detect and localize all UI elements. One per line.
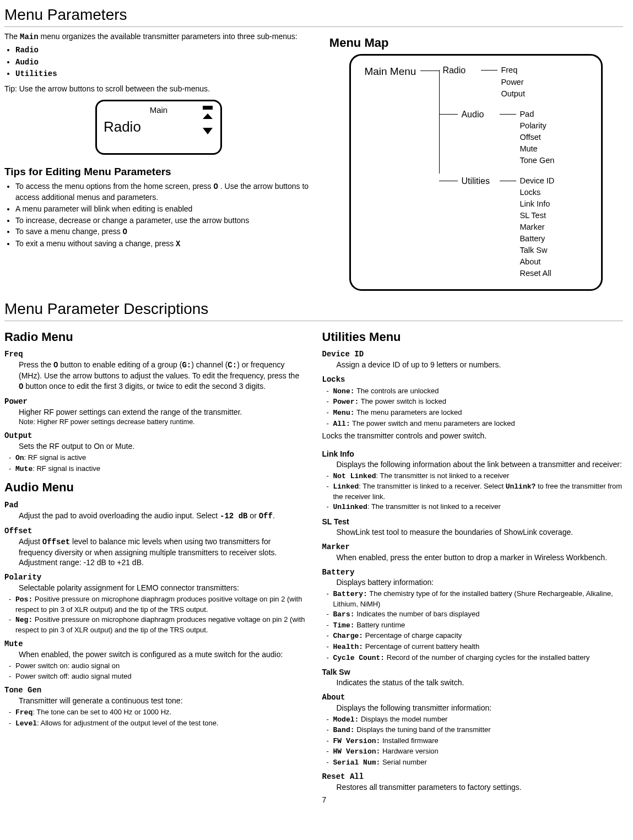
text: The chemistry type of for the installed …: [333, 589, 613, 608]
param-title-resetall: Reset All: [322, 772, 624, 782]
code: Neg:: [15, 616, 33, 624]
menu-map-leaf: Pad: [520, 109, 554, 120]
code: -12 dB: [220, 512, 247, 521]
code: Health:: [333, 643, 364, 651]
text: The power switch and menu parameters are…: [350, 419, 515, 427]
connector-line: [439, 70, 440, 174]
tip-item: A menu parameter will blink when editing…: [15, 204, 313, 214]
menu-map-leaf: Locks: [520, 187, 554, 198]
locks-summary: Locks the transmitter controls and power…: [322, 431, 624, 441]
code: Mute: [15, 465, 33, 473]
tip-code: O: [214, 182, 218, 191]
list-item: HW Version: Hardware version: [327, 746, 624, 757]
param-title-battery: Battery: [322, 567, 624, 578]
text: The menu parameters are locked: [355, 408, 462, 416]
code: On: [15, 454, 24, 462]
text: ) channel (: [191, 360, 228, 369]
page-number: 7: [322, 795, 624, 805]
text: : Allows for adjustment of the output le…: [37, 719, 219, 727]
param-body-freq: Press the O button to enable editing of …: [19, 360, 306, 392]
param-body-polarity: Selectable polarity assignment for LEMO …: [19, 583, 306, 593]
param-title-freq: Freq: [4, 349, 306, 360]
param-title-tonegen: Tone Gen: [4, 685, 306, 696]
text: Percentage of current battery health: [363, 642, 479, 651]
text: Indicates the number of bars displayed: [355, 610, 480, 618]
menu-map-node: Audio Pad Polarity Offset Mute Tone Gen: [439, 109, 591, 166]
param-body-mute: When enabled, the power switch is config…: [19, 649, 306, 660]
list-item: Charge: Percentage of charge capacity: [327, 631, 624, 641]
menu-map-root: Main Menu: [364, 64, 416, 79]
list-item: Menu: The menu parameters are locked: [327, 408, 624, 418]
text: Record of the number of charging cycles …: [385, 653, 589, 662]
text: Positive pressure on microphone diaphrag…: [15, 615, 305, 634]
param-body-pad: Adjust the pad to avoid overloading the …: [19, 511, 306, 522]
heading-menu-map: Menu Map: [329, 35, 623, 51]
code: Unlink?: [506, 483, 536, 491]
code: Off: [259, 512, 273, 521]
tip-item: To increase, decrease or change a parame…: [15, 215, 313, 226]
list-item: Not Linked: The transmitter is not linke…: [327, 471, 624, 481]
text: Serial number: [380, 758, 427, 766]
locks-options: None: The controls are unlocked Power: T…: [327, 386, 624, 429]
code: Bars:: [333, 610, 355, 619]
submenu-label: Utilities: [15, 69, 57, 78]
menu-map-leaf: Link Info: [520, 198, 554, 210]
param-body-tonegen: Transmitter will generate a continuous t…: [19, 696, 306, 706]
tip-text-a: To increase, decrease or change a parame…: [15, 216, 249, 225]
code: Offset: [42, 538, 70, 546]
code: G:: [182, 361, 191, 370]
menu-map-leaf: Marker: [520, 221, 554, 233]
intro-a: The: [4, 32, 20, 41]
submenu-item: Radio: [15, 45, 313, 56]
list-item: Neg: Positive pressure on microphone dia…: [9, 615, 306, 635]
submenu-label: Audio: [15, 58, 39, 67]
list-item: Unlinked: The transmitter is not linked …: [327, 502, 624, 512]
param-title-about: About: [322, 692, 624, 703]
list-item: Pos: Positive pressure on microphone dia…: [9, 594, 306, 614]
code: All:: [333, 420, 350, 428]
code: Unlinked: [333, 503, 367, 511]
menu-map-node-label: Radio: [442, 64, 481, 77]
param-body-deviceid: Assign a device ID of up to 9 letters or…: [337, 360, 624, 370]
menu-map-leaf: Freq: [501, 64, 525, 76]
text: Power switch on: audio signal on: [15, 662, 120, 670]
tip-code: X: [176, 240, 180, 248]
code: Menu:: [333, 409, 355, 417]
text: Adjust the pad to avoid overloading the …: [19, 511, 220, 520]
param-body-resetall: Restores all transmitter parameters to f…: [337, 782, 624, 793]
heading-descriptions: Menu Parameter Descriptions: [4, 299, 623, 321]
tip-text: Tip: Use the arrow buttons to scroll bet…: [4, 84, 313, 94]
code: Pos:: [15, 595, 33, 604]
text: Installed firmware: [380, 736, 438, 745]
list-item: Power switch on: audio signal on: [9, 661, 306, 671]
code: Battery:: [333, 590, 367, 598]
menu-map-leaf: Polarity: [520, 120, 554, 132]
param-title-marker: Marker: [322, 542, 624, 552]
output-options: On: RF signal is active Mute: RF signal …: [9, 453, 306, 474]
list-item: Battery: The chemistry type of for the i…: [327, 589, 624, 609]
param-body-linkinfo: Displays the following information about…: [337, 459, 624, 470]
text: Positive pressure on microphone diaphrag…: [15, 595, 302, 614]
submenu-item: Utilities: [15, 68, 313, 79]
text: : The transmitter is not linked to a rec…: [376, 472, 510, 480]
tip-item: To exit a menu without saving a change, …: [15, 239, 313, 250]
text: .: [273, 511, 275, 520]
param-body-output: Sets the RF output to On or Mute.: [19, 441, 306, 452]
note-power: Note: Higher RF power settings decrease …: [19, 418, 306, 427]
text: Displays the model number: [359, 715, 447, 723]
heading-audio-menu: Audio Menu: [4, 479, 306, 496]
menu-map-leaf: Power: [501, 77, 525, 88]
list-item: Model: Displays the model number: [327, 714, 624, 725]
param-body-offset: Adjust Offset level to balance mic level…: [19, 536, 306, 568]
list-item: Freq: The tone can be set to 400 Hz or 1…: [9, 707, 306, 718]
connector-line: [500, 181, 516, 181]
battery-options: Battery: The chemistry type of for the i…: [327, 589, 624, 663]
code: FW Version:: [333, 737, 381, 745]
param-body-sltest: ShowLink test tool to measure the bounda…: [337, 527, 624, 538]
param-title-mute: Mute: [4, 639, 306, 649]
menu-map-leaf: Output: [501, 88, 525, 100]
code: HW Version:: [333, 747, 381, 756]
tonegen-options: Freq: The tone can be set to 400 Hz or 1…: [9, 707, 306, 728]
submenu-label: Radio: [15, 46, 39, 55]
submenu-item: Audio: [15, 57, 313, 68]
